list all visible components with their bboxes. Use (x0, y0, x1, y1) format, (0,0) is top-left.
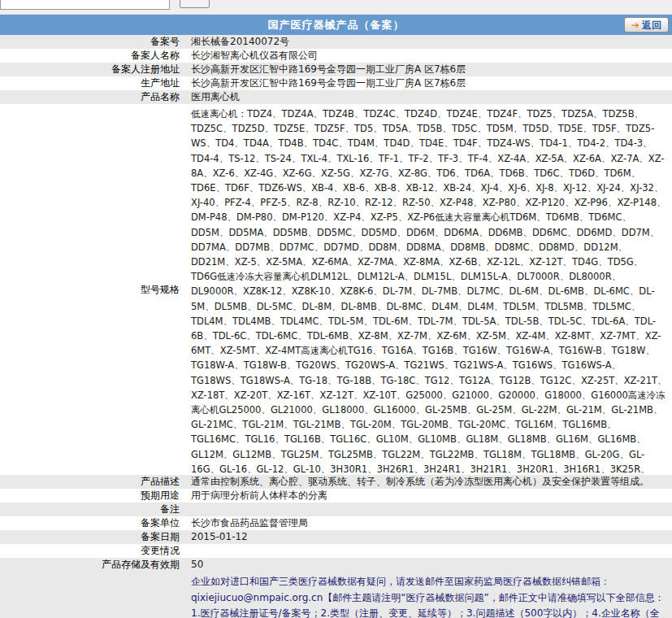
field-row-record-number: 备案号 湘长械备20140072号 (0, 35, 672, 49)
field-row-registered-address: 备案人注册地址 长沙高新开发区汇智中路169号金导园一期工业厂房A 区7栋6层 (0, 63, 672, 76)
field-value: 长沙湘智离心机仪器有限公司 (185, 49, 672, 63)
field-row-product-description: 产品描述 通常由控制系统、离心腔、驱动系统、转子、制冷系统（若为冷冻型医用离心机… (0, 475, 672, 489)
top-bar (0, 0, 672, 15)
field-value: 50 (191, 559, 668, 571)
top-search-input[interactable] (0, 0, 170, 10)
field-value: 2015-01-12 (185, 530, 672, 544)
record-table: 备案号 湘长械备20140072号 备案人名称 长沙湘智离心机仪器有限公司 备案… (0, 35, 672, 618)
back-button[interactable]: ➜ 返回 (624, 17, 669, 33)
back-arrow-icon: ➜ (631, 20, 639, 30)
field-value: 长沙市食品药品监督管理局 (185, 516, 672, 530)
field-row-record-date: 备案日期 2015-01-12 (0, 530, 672, 544)
field-value: 长沙高新开发区汇智中路169号金导园一期工业厂房A 区7栋6层 (185, 76, 672, 90)
top-search-button[interactable] (180, 0, 210, 8)
field-label: 备案人注册地址 (0, 63, 185, 76)
field-label: 预期用途 (0, 489, 185, 503)
page-title: 国产医疗器械产品（备案） (268, 18, 405, 33)
field-row-registrant-name: 备案人名称 长沙湘智离心机仪器有限公司 (0, 49, 672, 63)
model-spec-value: 低速离心机：TDZ4、TDZ4A、TDZ4B、TDZ4C、TDZ4D、TDZ4E… (185, 104, 672, 475)
field-label: 产品存储及有效期 (0, 558, 185, 618)
data-correction-notice: 企业如对进口和国产三类医疗器械数据有疑问，请发送邮件至国家药监局医疗器械数据纠错… (191, 574, 668, 618)
back-button-label: 返回 (642, 20, 661, 30)
field-label: 产品名称 (0, 90, 185, 104)
field-value: 医用离心机 (185, 90, 672, 104)
field-value: 长沙高新开发区汇智中路169号金导园一期工业厂房A 区7栋6层 (185, 63, 672, 76)
field-label: 产品描述 (0, 475, 185, 489)
field-label: 备案单位 (0, 516, 185, 530)
field-label: 备案日期 (0, 530, 185, 544)
field-value: 用于病理分析前人体样本的分离 (185, 489, 672, 503)
field-row-remarks: 备注 (0, 503, 672, 516)
field-label: 变更情况 (0, 544, 185, 558)
field-row-record-authority: 备案单位 长沙市食品药品监督管理局 (0, 516, 672, 530)
field-label: 备案人名称 (0, 49, 185, 63)
field-label: 生产地址 (0, 76, 185, 90)
field-value (185, 503, 672, 516)
field-value-with-notice: 50 企业如对进口和国产三类医疗器械数据有疑问，请发送邮件至国家药监局医疗器械数… (185, 558, 672, 618)
field-row-intended-use: 预期用途 用于病理分析前人体样本的分离 (0, 489, 672, 503)
field-label: 备案号 (0, 35, 185, 49)
field-label: 备注 (0, 503, 185, 516)
field-row-storage-validity: 产品存储及有效期 50 企业如对进口和国产三类医疗器械数据有疑问，请发送邮件至国… (0, 558, 672, 618)
page-header: 国产医疗器械产品（备案） ➜ 返回 (0, 15, 672, 35)
field-label: 型号规格 (0, 104, 185, 475)
page: 国产医疗器械产品（备案） ➜ 返回 备案号 湘长械备20140072号 备案人名… (0, 0, 672, 618)
field-row-production-address: 生产地址 长沙高新开发区汇智中路169号金导园一期工业厂房A 区7栋6层 (0, 76, 672, 90)
field-row-change-status: 变更情况 (0, 544, 672, 558)
field-value (185, 544, 672, 558)
field-value: 湘长械备20140072号 (185, 35, 672, 49)
field-row-model-spec: 型号规格 低速离心机：TDZ4、TDZ4A、TDZ4B、TDZ4C、TDZ4D、… (0, 104, 672, 475)
field-row-product-name: 产品名称 医用离心机 (0, 90, 672, 104)
field-value: 通常由控制系统、离心腔、驱动系统、转子、制冷系统（若为冷冻型医用离心机）及安全保… (185, 475, 672, 489)
